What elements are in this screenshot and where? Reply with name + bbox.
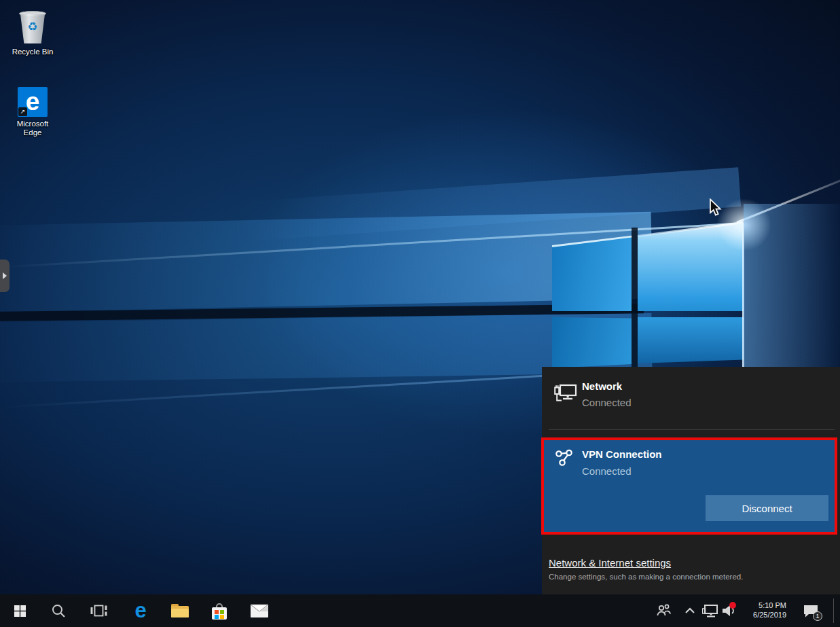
wallpaper-light-edge xyxy=(742,223,744,367)
start-button[interactable] xyxy=(5,594,35,627)
clock-time: 5:10 PM xyxy=(737,601,786,610)
shortcut-arrow-icon: ↗ xyxy=(18,107,27,116)
wallpaper-beam xyxy=(237,167,741,241)
show-desktop-button[interactable] xyxy=(833,598,834,623)
task-view-icon xyxy=(90,603,107,619)
notification-dot xyxy=(729,602,736,609)
ethernet-icon xyxy=(553,383,578,405)
mouse-cursor xyxy=(708,198,722,217)
windows-logo-pane-top-left xyxy=(552,236,632,311)
wallpaper-light-edge xyxy=(638,221,744,237)
file-explorer-button[interactable] xyxy=(165,594,195,627)
start-icon xyxy=(14,605,26,617)
settings-hint-text: Change settings, such as making a connec… xyxy=(549,573,743,581)
wallpaper-light-edge xyxy=(552,236,632,247)
hidden-icons-button[interactable] xyxy=(680,594,699,627)
mail-button[interactable] xyxy=(244,594,274,627)
network-status: Connected xyxy=(582,397,632,408)
mail-icon xyxy=(250,604,269,618)
taskbar: e xyxy=(0,594,840,627)
search-button[interactable] xyxy=(43,594,73,627)
people-icon xyxy=(656,603,672,618)
desktop-icon-recycle-bin[interactable]: ♻ Recycle Bin xyxy=(0,11,65,56)
vpn-icon xyxy=(554,448,576,469)
vpn-name: VPN Connection xyxy=(582,448,662,460)
edge-icon: e ↗ xyxy=(18,87,48,117)
people-button[interactable] xyxy=(653,594,674,627)
desktop-icon-microsoft-edge[interactable]: e ↗ Microsoft Edge xyxy=(0,87,65,137)
wallpaper-corner-glow xyxy=(705,187,783,262)
action-center-button[interactable]: 1 xyxy=(799,594,823,627)
windows-logo-pane-bottom-right xyxy=(638,317,744,363)
hidden-icons-chevron-icon xyxy=(684,607,695,615)
edge-icon: e xyxy=(134,598,146,623)
clock-date: 6/25/2019 xyxy=(737,610,786,620)
disconnect-button[interactable]: Disconnect xyxy=(706,495,828,521)
flyout-divider xyxy=(549,429,835,430)
network-tray-button[interactable] xyxy=(701,594,720,627)
volume-tray-button[interactable] xyxy=(718,594,739,627)
side-panel-tab[interactable] xyxy=(0,259,10,292)
store-icon xyxy=(211,602,228,620)
task-view-button[interactable] xyxy=(84,594,113,627)
vpn-status: Connected xyxy=(582,465,632,477)
expand-arrow-icon xyxy=(3,272,7,279)
wallpaper-light-ray xyxy=(0,222,742,268)
network-icon xyxy=(702,603,719,619)
recycle-bin-icon: ♻ xyxy=(17,11,48,45)
recycle-symbol-icon: ♻ xyxy=(17,20,48,34)
windows-logo-pane-bottom-left xyxy=(552,317,632,368)
desktop-icon-label: Recycle Bin xyxy=(0,48,65,56)
file-explorer-icon xyxy=(171,604,189,617)
wallpaper-light-ray xyxy=(736,168,840,223)
wallpaper-dark-band xyxy=(0,304,644,321)
search-icon xyxy=(51,603,66,618)
vpn-list-item[interactable]: VPN Connection Connected Disconnect xyxy=(544,440,835,532)
windows-desktop: ♻ Recycle Bin e ↗ Microsoft Edge Network xyxy=(0,0,840,627)
edge-taskbar-button[interactable]: e xyxy=(126,594,156,627)
network-name: Network xyxy=(582,380,622,392)
taskbar-clock[interactable]: 5:10 PM 6/25/2019 xyxy=(737,601,786,620)
desktop-icon-label: Microsoft Edge xyxy=(12,120,53,137)
store-button[interactable] xyxy=(204,594,234,627)
action-center-badge: 1 xyxy=(813,611,822,621)
windows-logo-pane-top-right xyxy=(638,223,744,311)
network-list-item[interactable]: Network Connected xyxy=(542,367,840,429)
windows-logo-divider xyxy=(632,228,638,368)
wallpaper-beam xyxy=(0,212,653,313)
network-internet-settings-link[interactable]: Network & Internet settings xyxy=(549,557,671,569)
wallpaper-right-glow xyxy=(744,204,840,394)
